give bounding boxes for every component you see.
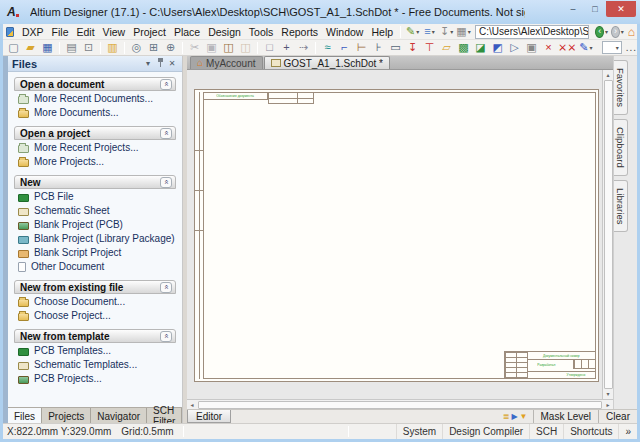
menu-item-dxp[interactable]: DXP	[18, 24, 48, 40]
file-item-pcb-projects[interactable]: PCB Projects...	[14, 372, 176, 385]
alignment-dropdown[interactable]: ≡▾	[422, 25, 437, 39]
back-button[interactable]: ‹	[595, 26, 604, 38]
toolbar-new-document[interactable]: ▢	[6, 41, 21, 55]
storage-path-combo[interactable]: C:\Users\Alex\Desktop\SCH\GOST ▾	[475, 25, 589, 39]
levels-icon[interactable]: ≣	[503, 413, 510, 421]
menu-item-project[interactable]: Project	[129, 24, 170, 40]
file-item-blank-project-library-package[interactable]: Blank Project (Library Package)	[14, 232, 176, 245]
menu-item-view[interactable]: View	[99, 24, 130, 40]
toolbar-place-sheet-symbol[interactable]: ▩	[456, 41, 471, 55]
toolbar-paste[interactable]: ◫	[221, 41, 236, 55]
maximize-button[interactable]: □	[584, 1, 606, 17]
vertical-scrollbar[interactable]: ▴ ▾	[602, 70, 613, 399]
file-item-choose-document[interactable]: Choose Document...	[14, 295, 176, 308]
file-item-more-projects[interactable]: More Projects...	[14, 155, 176, 168]
file-item-more-recent-projects[interactable]: More Recent Projects...	[14, 141, 176, 154]
menu-item-window[interactable]: Window	[322, 24, 367, 40]
toolbar-place-vcc-power-port[interactable]: ⊤	[422, 41, 437, 55]
right-tab-libraries[interactable]: Libraries	[614, 180, 628, 232]
file-item-pcb-file[interactable]: PCB File	[14, 190, 176, 203]
file-item-more-documents[interactable]: More Documents...	[14, 106, 176, 119]
section-header[interactable]: New «	[14, 175, 176, 189]
menu-item-file[interactable]: File	[48, 24, 73, 40]
toolbar-zoom-fit-document[interactable]: ◎	[129, 41, 144, 55]
tab-gost-schdot[interactable]: GOST_A1_1.SchDot *	[264, 56, 391, 69]
collapse-icon[interactable]: «	[160, 177, 172, 188]
panel-tab-files[interactable]: Files	[8, 408, 42, 423]
right-tab-favorites[interactable]: Favorites	[614, 60, 628, 115]
scroll-left-icon[interactable]: ◂	[187, 401, 197, 408]
scroll-up-icon[interactable]: ▴	[603, 70, 614, 80]
file-item-pcb-templates[interactable]: PCB Templates...	[14, 344, 176, 357]
toolbar-copy[interactable]: ▣	[204, 41, 219, 55]
section-header[interactable]: New from template «	[14, 329, 176, 343]
utilities-dropdown[interactable]: ✎▾	[405, 25, 420, 39]
clear-button[interactable]: Clear	[598, 410, 637, 423]
panel-close-icon[interactable]: ✕	[166, 59, 178, 68]
file-item-blank-project-pcb[interactable]: Blank Project (PCB)	[14, 218, 176, 231]
collapse-icon[interactable]: «	[160, 79, 172, 90]
menu-item-tools[interactable]: Tools	[245, 24, 278, 40]
scroll-right-icon[interactable]: ▸	[603, 401, 613, 408]
menu-item-reports[interactable]: Reports	[277, 24, 322, 40]
toolbar-place-device-sheet[interactable]: ▣	[524, 41, 539, 55]
minimize-button[interactable]: –	[562, 1, 584, 17]
dxp-icon[interactable]	[6, 27, 14, 37]
toolbar-place-signal-harness[interactable]: ⊢	[354, 41, 369, 55]
section-header[interactable]: New from existing file «	[14, 280, 176, 294]
status-button-system[interactable]: System	[396, 424, 442, 439]
menu-item-edit[interactable]: Edit	[73, 24, 99, 40]
vertical-scroll-thumb[interactable]	[604, 80, 613, 389]
toolbar-compile-mask[interactable]: ⨯⨯	[558, 41, 576, 55]
menu-item-help[interactable]: Help	[367, 24, 397, 40]
toolbar-place-sheet-entry[interactable]: ◪	[473, 41, 488, 55]
toolbar-workspace-panels[interactable]: ▥	[105, 41, 120, 55]
file-item-schematic-templates[interactable]: Schematic Templates...	[14, 358, 176, 371]
variant-combo[interactable]: ▾	[602, 41, 621, 54]
grids-dropdown[interactable]: ▦▾	[456, 25, 471, 39]
variant-manager-button[interactable]: ...	[626, 42, 637, 53]
power-sources-dropdown[interactable]: ↧▾	[439, 25, 454, 39]
toolbar-place-gnd-power-port[interactable]: ↧	[405, 41, 420, 55]
toolbar-cut[interactable]: ✂	[187, 41, 202, 55]
toolbar-place-bus[interactable]: ⌐	[337, 41, 352, 55]
toolbar-place-no-erc[interactable]: ×	[541, 41, 556, 55]
file-item-more-recent-documents[interactable]: More Recent Documents...	[14, 92, 176, 105]
filter-icon[interactable]: ▼	[520, 413, 528, 421]
toolbar-cross-probe[interactable]: ⇢	[296, 41, 311, 55]
horizontal-scrollbar[interactable]: ◂ ▸	[187, 399, 613, 409]
toolbar-place-wire[interactable]: ≈	[320, 41, 335, 55]
file-item-choose-project[interactable]: Choose Project...	[14, 309, 176, 322]
toolbar-move-selection[interactable]: +	[279, 41, 294, 55]
toolbar-select-area[interactable]: □	[262, 41, 277, 55]
file-item-schematic-sheet[interactable]: Schematic Sheet	[14, 204, 176, 217]
toolbar-zoom-selected[interactable]: ⊕	[163, 41, 178, 55]
toolbar-place-harness-entry[interactable]: ⊦	[371, 41, 386, 55]
menu-item-design[interactable]: Design	[204, 24, 245, 40]
collapse-icon[interactable]: «	[160, 128, 172, 139]
collapse-icon[interactable]: «	[160, 331, 172, 342]
schematic-viewport[interactable]: Обозначение документа Документальный ном…	[187, 70, 613, 399]
toolbar-print[interactable]: ▤	[64, 41, 79, 55]
file-item-blank-script-project[interactable]: Blank Script Project	[14, 246, 176, 259]
close-button[interactable]: ✕	[606, 1, 636, 17]
forward-button[interactable]: ›	[611, 26, 620, 38]
panel-tab-sch-filter[interactable]: SCH Filter	[147, 408, 182, 423]
schematic-sheet[interactable]: Обозначение документа Документальный ном…	[194, 89, 599, 382]
toolbar-annotate-dropdown[interactable]: ✎▾	[578, 41, 593, 55]
status-button-sch[interactable]: SCH	[529, 424, 563, 439]
toolbar-zoom-area[interactable]: ⊞	[146, 41, 161, 55]
toolbar-place-part[interactable]: ▱	[439, 41, 454, 55]
panel-menu-icon[interactable]: ▾	[142, 59, 154, 68]
home-button[interactable]: ⌂	[628, 25, 635, 39]
right-tab-clipboard[interactable]: Clipboard	[614, 119, 628, 176]
toolbar-open-document[interactable]: ▰	[23, 41, 38, 55]
file-item-other-document[interactable]: Other Document	[14, 260, 176, 273]
tab-myaccount[interactable]: ⌂ MyAccount	[190, 56, 263, 69]
toolbar-print-preview[interactable]: ⊡	[81, 41, 96, 55]
collapse-icon[interactable]: «	[160, 282, 172, 293]
mask-level-button[interactable]: Mask Level	[533, 410, 599, 423]
toolbar-place-net-label[interactable]: ▭	[388, 41, 403, 55]
horizontal-scroll-thumb[interactable]	[198, 401, 602, 409]
toolbar-place-harness-connector[interactable]: ◩	[490, 41, 505, 55]
